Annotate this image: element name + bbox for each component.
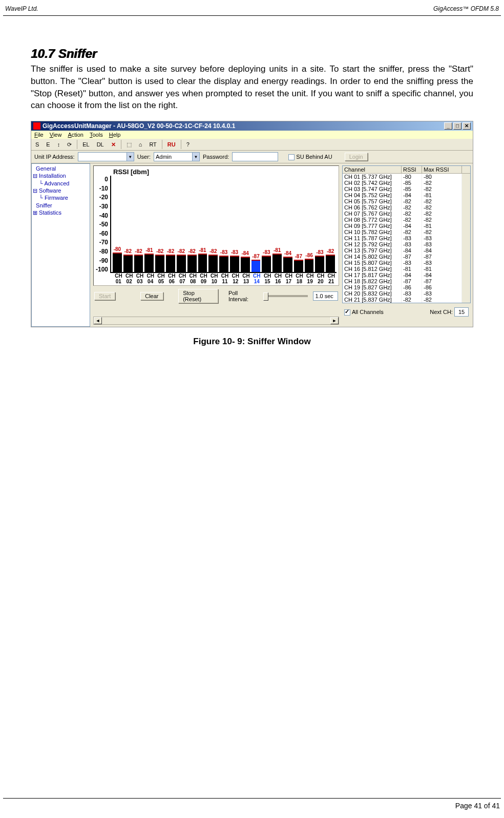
scroll-left-icon[interactable]: ◄ <box>94 317 102 324</box>
tree-item[interactable]: └ Firmware <box>33 194 89 201</box>
tb-updown-icon[interactable]: ↕ <box>55 141 62 148</box>
bar-wrap[interactable]: -81 <box>272 247 282 272</box>
tree-item[interactable]: Sniffer <box>33 202 89 209</box>
table-row[interactable]: CH 20 [5.832 GHz]-83-83 <box>343 290 470 297</box>
bar[interactable] <box>283 257 292 272</box>
titlebar[interactable]: GigAccessUnitManager - AU-58GO_V2 00-50-… <box>31 121 473 131</box>
bar-wrap[interactable]: -84 <box>240 250 250 272</box>
ip-combo[interactable]: ▼ <box>78 152 134 161</box>
table-row[interactable]: CH 13 [5.797 GHz]-84-84 <box>343 247 470 254</box>
table-row[interactable]: CH 07 [5.767 GHz]-82-82 <box>343 211 470 217</box>
bar-wrap[interactable]: -83 <box>261 249 271 272</box>
table-row[interactable]: CH 08 [5.772 GHz]-82-82 <box>343 217 470 223</box>
bar[interactable] <box>208 255 218 272</box>
table-row[interactable]: CH 01 [5.737 GHz]-80-80 <box>343 174 470 180</box>
poll-interval-slider[interactable] <box>263 295 308 297</box>
menu-action[interactable]: Action <box>68 132 83 138</box>
tb-el[interactable]: EL <box>80 141 91 148</box>
bar[interactable] <box>134 255 143 272</box>
bar[interactable] <box>326 255 335 272</box>
bar-wrap[interactable]: -83 <box>219 249 229 272</box>
bar[interactable] <box>230 256 239 272</box>
table-row[interactable]: CH 04 [5.752 GHz]-84-81 <box>343 192 470 198</box>
table-row[interactable]: CH 02 [5.742 GHz]-85-82 <box>343 180 470 186</box>
table-row[interactable]: CH 06 [5.762 GHz]-82-82 <box>343 204 470 211</box>
table-row[interactable]: CH 15 [5.807 GHz]-83-83 <box>343 260 470 266</box>
table-row[interactable]: CH 21 [5.837 GHz]-82-82 <box>343 297 470 303</box>
table-row[interactable]: CH 09 [5.777 GHz]-84-81 <box>343 223 470 229</box>
menu-view[interactable]: View <box>50 132 62 138</box>
bar[interactable] <box>219 256 228 272</box>
tree-item[interactable]: ⊟ Software <box>33 187 89 194</box>
scroll-right-icon[interactable]: ► <box>330 317 339 324</box>
start-button[interactable]: Start <box>94 292 115 300</box>
bar-wrap[interactable]: -83 <box>229 249 240 272</box>
table-row[interactable]: CH 18 [5.822 GHz]-87-87 <box>343 278 470 284</box>
bar-wrap[interactable]: -81 <box>144 247 154 272</box>
tb-e[interactable]: E <box>44 141 52 148</box>
bar[interactable] <box>262 256 271 272</box>
table-row[interactable]: CH 05 [5.757 GHz]-82-82 <box>343 198 470 204</box>
nav-tree[interactable]: General⊟ Installation └ Advanced⊟ Softwa… <box>31 163 90 327</box>
bar-wrap[interactable]: -82 <box>165 248 176 272</box>
tb-dl[interactable]: DL <box>95 141 106 148</box>
channel-table[interactable]: Channel RSSI Max RSSI CH 01 [5.737 GHz]-… <box>342 165 471 303</box>
bar[interactable] <box>123 255 133 272</box>
tree-item[interactable]: ⊟ Installation <box>33 172 89 179</box>
tb-rt[interactable]: RT <box>147 141 158 148</box>
bar-wrap[interactable]: -84 <box>283 250 293 272</box>
bar-wrap[interactable]: -87 <box>293 254 304 272</box>
table-row[interactable]: CH 14 [5.802 GHz]-87-87 <box>343 254 470 260</box>
table-row[interactable]: CH 17 [5.817 GHz]-84-84 <box>343 272 470 278</box>
bar-wrap[interactable]: -82 <box>134 248 144 272</box>
horizontal-scrollbar[interactable]: ◄ ► <box>93 317 339 325</box>
table-row[interactable]: CH 16 [5.812 GHz]-81-81 <box>343 266 470 272</box>
bar[interactable] <box>272 254 282 272</box>
bar[interactable] <box>187 255 197 272</box>
bar-wrap[interactable]: -82 <box>208 248 218 272</box>
table-row[interactable]: CH 03 [5.747 GHz]-85-82 <box>343 186 470 192</box>
tb-s[interactable]: S <box>33 141 41 148</box>
table-row[interactable]: CH 11 [5.787 GHz]-83-83 <box>343 235 470 241</box>
minimize-button[interactable]: _ <box>444 122 452 130</box>
bar[interactable] <box>305 259 314 272</box>
tree-item[interactable]: ⊞ Statistics <box>33 209 89 216</box>
bar[interactable] <box>166 255 175 272</box>
tb-refresh-icon[interactable]: ⟳ <box>65 141 74 149</box>
su-checkbox[interactable] <box>288 154 295 160</box>
bar[interactable] <box>251 260 261 272</box>
tb-home-icon[interactable]: ⌂ <box>137 141 144 148</box>
password-input[interactable] <box>232 152 278 161</box>
bar[interactable] <box>198 254 207 272</box>
bar-wrap[interactable]: -86 <box>304 253 314 272</box>
all-channels-checkbox[interactable] <box>344 309 350 316</box>
next-ch-input[interactable]: 15 <box>454 307 469 317</box>
su-behind-au[interactable]: SU Behind AU <box>288 154 332 160</box>
bar-wrap[interactable]: -82 <box>176 248 186 272</box>
bar[interactable] <box>155 255 164 272</box>
close-button[interactable]: ✕ <box>463 122 471 130</box>
table-row[interactable]: CH 10 [5.782 GHz]-82-82 <box>343 229 470 235</box>
tb-ru[interactable]: RU <box>165 141 178 148</box>
th-rssi[interactable]: RSSI <box>402 166 422 173</box>
table-row[interactable]: CH 19 [5.827 GHz]-86-86 <box>343 284 470 290</box>
menu-tools[interactable]: Tools <box>90 132 103 138</box>
bar[interactable] <box>144 254 154 272</box>
bar-wrap[interactable]: -81 <box>198 247 208 272</box>
poll-interval-value[interactable]: 1.0 sec <box>313 291 338 301</box>
bar-wrap[interactable]: -80 <box>112 246 122 272</box>
bar-wrap[interactable]: -82 <box>123 248 133 272</box>
bar[interactable] <box>177 255 186 272</box>
tree-item[interactable]: General <box>33 165 89 172</box>
tb-window-icon[interactable]: ⬚ <box>124 141 134 149</box>
bar-wrap[interactable]: -82 <box>155 248 165 272</box>
maximize-button[interactable]: □ <box>453 122 461 130</box>
bar[interactable] <box>315 256 324 272</box>
bar-wrap[interactable]: -82 <box>187 248 197 272</box>
tree-item[interactable]: └ Advanced <box>33 180 89 187</box>
menu-help[interactable]: Help <box>109 132 121 138</box>
th-maxrssi[interactable]: Max RSSI <box>422 166 462 173</box>
tb-delete-icon[interactable]: ✕ <box>109 141 118 149</box>
bar[interactable] <box>241 257 250 272</box>
menu-file[interactable]: File <box>34 132 44 138</box>
